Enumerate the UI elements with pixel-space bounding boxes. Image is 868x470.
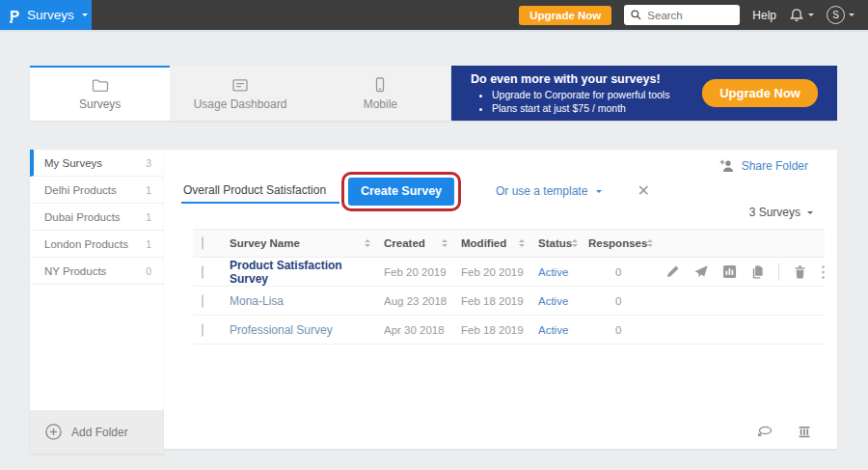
tab-label: Mobile	[364, 97, 397, 111]
status-badge: Active	[538, 266, 588, 278]
created-date: Apr 30 2018	[384, 324, 461, 336]
folder-label: NY Products	[44, 265, 106, 277]
person-plus-icon	[719, 158, 735, 174]
share-folder-button[interactable]: Share Folder	[719, 158, 808, 174]
banner-upgrade-button[interactable]: Upgrade Now	[702, 79, 818, 107]
notifications-button[interactable]	[789, 8, 814, 23]
modified-date: Feb 20 2019	[461, 266, 538, 278]
trash-archive-building-icon[interactable]	[797, 425, 812, 439]
edit-pencil-icon[interactable]	[665, 264, 680, 279]
survey-name-link[interactable]: Mona-Lisa	[230, 294, 384, 308]
sidebar-item-my-surveys[interactable]: My Surveys 3	[30, 150, 164, 177]
sort-icon[interactable]	[647, 239, 653, 247]
upgrade-banner: Do even more with your surveys! Upgrade …	[451, 66, 837, 121]
topbar-actions: Upgrade Now Help S	[519, 5, 868, 25]
panel-footer-actions	[756, 425, 812, 439]
sidebar-item-delhi-products[interactable]: Delhi Products 1	[30, 177, 164, 204]
tab-mobile[interactable]: Mobile	[311, 66, 450, 121]
folder-label: My Surveys	[44, 157, 102, 169]
upgrade-now-button[interactable]: Upgrade Now	[519, 6, 611, 25]
table-row: Professional Survey Apr 30 2018 Feb 18 2…	[193, 316, 825, 345]
table-header: Survey Name Created Modified Status Resp…	[193, 229, 825, 258]
folder-icon	[92, 78, 109, 93]
status-badge: Active	[538, 295, 588, 307]
sort-icon[interactable]	[442, 239, 448, 247]
upgrade-banner-text: Do even more with your surveys! Upgrade …	[471, 72, 669, 115]
folder-label: Delhi Products	[44, 184, 117, 196]
banner-title: Do even more with your surveys!	[471, 72, 669, 86]
column-header-survey-name: Survey Name	[230, 237, 300, 249]
row-actions	[665, 263, 827, 281]
reports-chart-icon[interactable]	[722, 264, 737, 279]
delete-trash-icon[interactable]	[793, 264, 807, 280]
share-folder-label: Share Folder	[742, 159, 808, 173]
column-header-created: Created	[384, 237, 425, 249]
sidebar-item-ny-products[interactable]: NY Products 0	[30, 258, 164, 285]
chevron-down-icon	[807, 211, 813, 214]
folder-label: London Products	[44, 238, 128, 250]
help-link[interactable]: Help	[752, 9, 776, 22]
surveys-panel: Share Folder Create Survey Or use a temp…	[164, 150, 837, 449]
surveys-count-dropdown[interactable]: 3 Surveys	[749, 206, 813, 219]
tab-label: Surveys	[79, 97, 121, 111]
table-row: Product Satisfaction Survey Feb 20 2019 …	[193, 258, 825, 287]
modified-date: Feb 18 2019	[461, 295, 538, 307]
app-title: Surveys	[27, 8, 74, 22]
column-header-responses: Responses	[588, 237, 647, 249]
survey-name-input[interactable]	[181, 179, 339, 204]
folder-count: 1	[146, 211, 151, 223]
select-all-checkbox[interactable]	[202, 236, 203, 250]
row-checkbox[interactable]	[202, 294, 203, 308]
duplicate-copy-icon[interactable]	[750, 264, 765, 280]
search-input[interactable]	[647, 10, 734, 21]
sort-icon[interactable]	[572, 239, 578, 247]
proprofs-logo-icon: P	[10, 8, 19, 22]
add-folder-button[interactable]: Add Folder	[30, 410, 164, 454]
created-date: Aug 23 2018	[384, 295, 461, 307]
chevron-down-icon	[849, 14, 854, 16]
sort-icon[interactable]	[519, 239, 525, 247]
avatar: S	[827, 6, 845, 24]
search-box[interactable]	[624, 5, 740, 25]
row-checkbox[interactable]	[202, 265, 203, 279]
chevron-down-icon	[82, 14, 88, 16]
restore-loop-icon[interactable]	[756, 425, 773, 439]
dashboard-icon	[231, 78, 249, 93]
chevron-down-icon	[596, 190, 602, 193]
column-header-modified: Modified	[461, 237, 506, 249]
account-menu[interactable]: S	[827, 6, 854, 24]
folder-count: 1	[146, 238, 151, 250]
add-folder-label: Add Folder	[71, 426, 128, 439]
survey-name-link[interactable]: Product Satisfaction Survey	[230, 259, 384, 286]
folder-count: 3	[146, 157, 151, 169]
product-switcher[interactable]: P Surveys	[0, 0, 92, 30]
sort-icon[interactable]	[365, 239, 370, 247]
view-tabs: Surveys Usage Dashboard Mobile	[30, 66, 450, 121]
tab-surveys[interactable]: Surveys	[30, 66, 170, 121]
use-template-dropdown[interactable]: Or use a template	[496, 184, 602, 198]
folders-sidebar: My Surveys 3 Delhi Products 1 Dubai Prod…	[30, 150, 164, 454]
create-survey-button[interactable]: Create Survey	[348, 178, 454, 206]
sidebar-item-london-products[interactable]: London Products 1	[30, 231, 164, 258]
close-icon[interactable]: ✕	[637, 183, 649, 199]
created-date: Feb 20 2019	[384, 266, 461, 278]
column-header-status: Status	[538, 237, 572, 249]
sidebar-item-dubai-products[interactable]: Dubai Products 1	[30, 204, 164, 231]
tab-usage-dashboard[interactable]: Usage Dashboard	[170, 66, 310, 121]
survey-name-link[interactable]: Professional Survey	[230, 323, 384, 337]
row-checkbox[interactable]	[202, 323, 203, 337]
responses-count: 0	[588, 266, 665, 278]
app-screen: P Surveys Upgrade Now Help S	[0, 0, 868, 470]
responses-count: 0	[588, 324, 665, 336]
use-template-label: Or use a template	[496, 184, 587, 198]
banner-bullet: Upgrade to Corporate for powerful tools	[492, 88, 669, 101]
responses-count: 0	[588, 295, 665, 307]
highlight-annotation: Create Survey	[341, 172, 461, 211]
send-paper-plane-icon[interactable]	[693, 264, 709, 279]
surveys-table: Survey Name Created Modified Status Resp…	[193, 229, 825, 345]
mobile-icon	[372, 77, 388, 93]
modified-date: Feb 18 2019	[461, 324, 538, 336]
more-options-dots-icon[interactable]	[821, 264, 826, 280]
folder-label: Dubai Products	[44, 211, 121, 223]
divider	[778, 263, 779, 281]
